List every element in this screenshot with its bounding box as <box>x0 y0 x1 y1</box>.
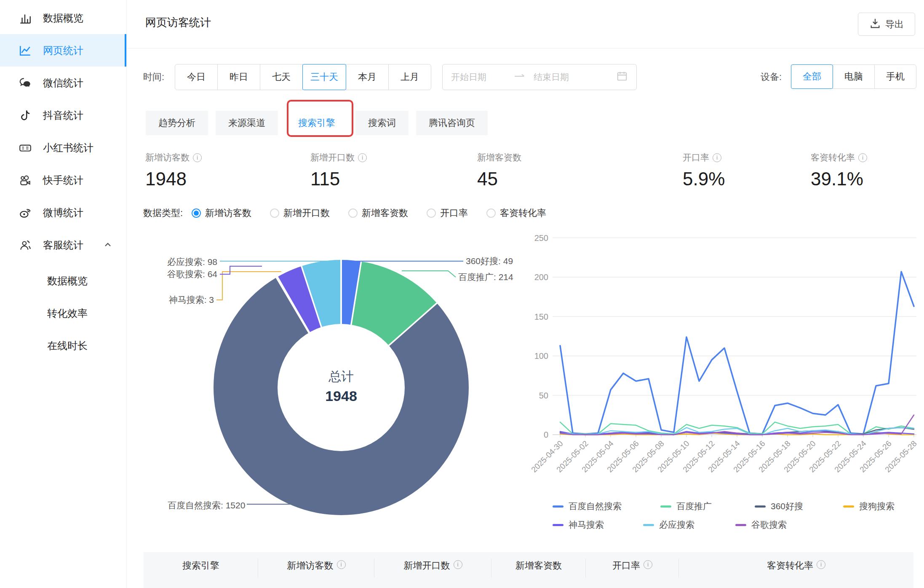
sidebar-submenu: 数据概览转化效率在线时长 <box>0 265 126 362</box>
tab-source-channel[interactable]: 来源渠道 <box>216 111 278 135</box>
data-type-option-3[interactable]: 开口率 <box>427 205 468 222</box>
stat-value: 1948 <box>145 168 202 190</box>
time-option-4[interactable]: 本月 <box>346 64 389 90</box>
info-icon[interactable] <box>713 153 721 162</box>
sidebar-item-kuaishou-stats[interactable]: 快手统计 <box>0 164 126 196</box>
legend-item-神马搜索[interactable]: 神马搜索 <box>553 519 604 531</box>
legend-item-百度推广[interactable]: 百度推广 <box>660 500 712 512</box>
info-icon[interactable] <box>858 153 867 162</box>
time-option-5[interactable]: 上月 <box>388 64 431 90</box>
radio-label: 客资转化率 <box>500 207 546 219</box>
radio-label: 开口率 <box>440 207 468 219</box>
time-option-3[interactable]: 三十天 <box>302 64 346 90</box>
legend-item-搜狗搜索[interactable]: 搜狗搜索 <box>843 500 895 512</box>
radio-circle[interactable] <box>192 208 201 218</box>
sidebar-item-service-stats[interactable]: 客服统计 <box>0 229 126 261</box>
sidebar-subitem-service-data-overview[interactable]: 数据概览 <box>0 265 126 297</box>
series-百度自然搜索 <box>560 272 914 434</box>
sidebar-item-wechat-stats[interactable]: 微信统计 <box>0 67 126 99</box>
legend-item-百度自然搜索[interactable]: 百度自然搜索 <box>553 500 622 512</box>
page-header: 网页访客统计 导出 <box>127 0 924 48</box>
start-date-input[interactable]: 开始日期 <box>451 71 506 83</box>
sidebar-subitem-online-duration[interactable]: 在线时长 <box>0 329 126 362</box>
info-icon[interactable] <box>193 153 202 162</box>
sidebar-item-web-stats[interactable]: 网页统计 <box>0 34 126 67</box>
data-type-label: 数据类型: <box>143 205 183 222</box>
stat-value: 45 <box>477 168 521 190</box>
end-date-input[interactable]: 结束日期 <box>534 71 588 83</box>
sidebar: 数据概览网页统计微信统计抖音统计小红书统计快手统计微博统计客服统计数据概览转化效… <box>0 0 127 588</box>
chevron-up-icon[interactable] <box>103 240 113 250</box>
tab-search-engine[interactable]: 搜索引擎 <box>286 111 348 135</box>
bar-chart-icon <box>19 11 32 25</box>
douyin-icon <box>19 109 32 122</box>
data-type-option-4[interactable]: 客资转化率 <box>486 205 546 222</box>
donut-total-value: 1948 <box>278 388 404 404</box>
device-option-2[interactable]: 手机 <box>874 64 916 89</box>
download-icon <box>869 17 881 32</box>
sidebar-item-label: 网页统计 <box>43 44 83 57</box>
sidebar-item-xiaohongshu-stats[interactable]: 小红书统计 <box>0 131 126 164</box>
info-icon[interactable] <box>358 153 367 162</box>
sidebar-item-data-overview[interactable]: 数据概览 <box>0 2 126 34</box>
radio-circle[interactable] <box>427 208 436 218</box>
stat-value: 115 <box>310 168 367 190</box>
legend-label: 谷歌搜索 <box>751 519 787 531</box>
stat-value: 39.1% <box>811 168 867 190</box>
info-icon[interactable] <box>644 560 652 569</box>
tab-trend-analysis[interactable]: 趋势分析 <box>146 111 208 135</box>
time-range-button-group: 今日昨日七天三十天本月上月 <box>175 64 431 90</box>
calendar-icon[interactable] <box>616 70 628 84</box>
info-icon[interactable] <box>337 560 346 569</box>
legend-label: 百度推广 <box>676 500 712 512</box>
table-header-cell-3: 新增客资数 <box>491 552 586 588</box>
date-range-picker[interactable]: 开始日期 结束日期 <box>442 64 637 90</box>
sidebar-item-weibo-stats[interactable]: 微博统计 <box>0 196 126 229</box>
service-icon <box>19 238 32 252</box>
info-icon[interactable] <box>454 560 462 569</box>
time-option-1[interactable]: 昨日 <box>217 64 260 90</box>
stat-label: 客资转化率 <box>811 152 867 163</box>
sidebar-item-label: 快手统计 <box>43 174 83 187</box>
table-header: 搜索引擎新增访客数新增开口数新增客资数开口率客资转化率 <box>144 552 913 588</box>
radio-label: 新增客资数 <box>362 207 408 219</box>
tab-search-words[interactable]: 搜索词 <box>355 111 409 135</box>
donut-total-label: 总计 <box>278 368 404 385</box>
legend-swatch <box>843 505 854 508</box>
table-header-label: 新增访客数 <box>287 559 334 572</box>
range-arrow-icon <box>513 73 526 81</box>
stat-3: 开口率5.9% <box>683 152 725 190</box>
sidebar-subitem-conversion-efficiency[interactable]: 转化效率 <box>0 297 126 329</box>
radio-circle[interactable] <box>348 208 358 218</box>
stat-label-text: 新增访客数 <box>145 152 190 163</box>
stat-1: 新增开口数115 <box>310 152 367 190</box>
kuaishou-icon <box>19 174 32 187</box>
radio-circle[interactable] <box>486 208 496 218</box>
info-icon[interactable] <box>817 560 825 569</box>
radio-circle[interactable] <box>270 208 279 218</box>
device-option-1[interactable]: 电脑 <box>833 64 875 89</box>
sidebar-item-label: 微博统计 <box>43 206 83 219</box>
data-type-option-1[interactable]: 新增开口数 <box>270 205 330 222</box>
legend-item-必应搜索[interactable]: 必应搜索 <box>643 519 694 531</box>
device-option-0[interactable]: 全部 <box>791 64 833 89</box>
sidebar-item-label: 数据概览 <box>43 11 83 25</box>
series-谷歌搜索 <box>560 415 914 435</box>
legend-swatch <box>553 505 563 508</box>
donut-label-神马搜索: 神马搜索: 3 <box>169 295 214 305</box>
donut-label-必应搜索: 必应搜索: 98 <box>167 257 217 267</box>
legend-item-谷歌搜索[interactable]: 谷歌搜索 <box>735 519 787 531</box>
tab-tencent-consult[interactable]: 腾讯咨询页 <box>416 111 488 135</box>
export-button[interactable]: 导出 <box>858 13 915 36</box>
svg-text:150: 150 <box>534 312 548 321</box>
time-option-2[interactable]: 七天 <box>260 64 303 90</box>
data-type-option-2[interactable]: 新增客资数 <box>348 205 408 222</box>
legend-label: 搜狗搜索 <box>859 500 895 512</box>
sidebar-item-douyin-stats[interactable]: 抖音统计 <box>0 99 126 131</box>
time-option-0[interactable]: 今日 <box>175 64 218 90</box>
data-type-option-0[interactable]: 新增访客数 <box>192 205 251 222</box>
main-content: 网页访客统计 导出 时间: 今日昨日七天三十天本月上月 开始日期 结束日期 设备… <box>127 0 924 588</box>
svg-text:200: 200 <box>534 273 548 282</box>
stat-value: 5.9% <box>683 168 725 190</box>
legend-item-360好搜[interactable]: 360好搜 <box>755 500 803 512</box>
